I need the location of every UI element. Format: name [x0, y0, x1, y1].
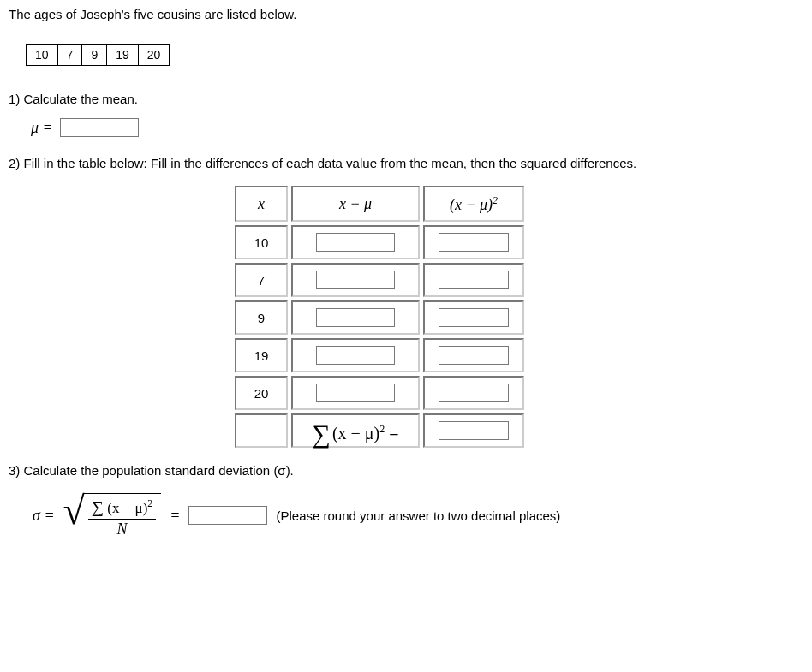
sum-blank-cell — [235, 413, 288, 448]
rounding-hint: (Please round your answer to two decimal… — [276, 508, 560, 523]
header-diff: x − μ — [339, 195, 372, 212]
data-cell: 19 — [107, 45, 139, 66]
sqrt-icon: √ — [63, 493, 85, 538]
x-cell: 9 — [235, 300, 288, 335]
diff-input[interactable] — [316, 233, 395, 252]
diff-input[interactable] — [316, 384, 395, 402]
q2-label: 2) Fill in the table below: Fill in the … — [9, 156, 803, 170]
sigma-input[interactable] — [188, 506, 267, 525]
sqdiff-input[interactable] — [439, 384, 509, 402]
data-cell: 20 — [138, 45, 170, 66]
sqdiff-input[interactable] — [439, 346, 509, 365]
mu-equals: μ = — [31, 119, 53, 137]
sqdiff-input[interactable] — [439, 233, 509, 252]
x-cell: 7 — [235, 263, 288, 297]
sigma-lhs: σ = — [33, 507, 55, 525]
header-sq: (x − μ)2 — [450, 196, 498, 213]
x-cell: 19 — [235, 338, 288, 372]
header-x: x — [258, 195, 265, 212]
sum-sqdiff-input[interactable] — [439, 421, 509, 440]
data-values-table: 10 7 9 19 20 — [26, 44, 170, 66]
diff-input[interactable] — [316, 308, 395, 327]
x-cell: 20 — [235, 376, 288, 410]
q3-label: 3) Calculate the population standard dev… — [9, 463, 803, 478]
problem-prompt: The ages of Joseph's five cousins are li… — [9, 7, 803, 21]
differences-table: x x − μ (x − μ)2 10 7 9 19 20 ∑(x — [231, 182, 528, 451]
sqrt-expression: √ ∑ (x − μ)2 N — [63, 493, 162, 538]
sqdiff-input[interactable] — [439, 271, 509, 289]
data-cell: 7 — [57, 45, 82, 66]
diff-input[interactable] — [316, 346, 395, 365]
x-cell: 10 — [235, 225, 288, 259]
sqdiff-input[interactable] — [439, 308, 509, 327]
equals-sign: = — [170, 507, 180, 525]
mean-input[interactable] — [60, 118, 139, 137]
data-cell: 9 — [82, 45, 107, 66]
sum-expression: ∑(x − μ)2 = — [313, 424, 399, 443]
data-cell: 10 — [27, 45, 58, 66]
diff-input[interactable] — [316, 271, 395, 289]
q1-label: 1) Calculate the mean. — [9, 92, 803, 106]
